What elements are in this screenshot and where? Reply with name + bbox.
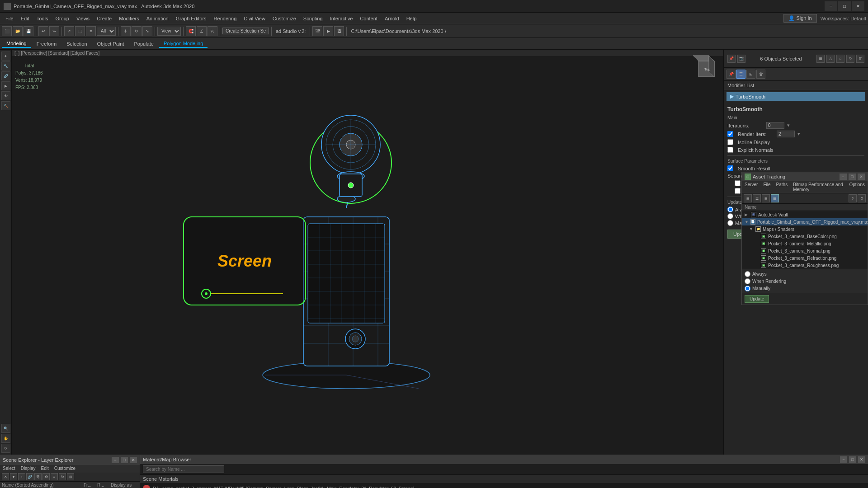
at-tb-list[interactable]: ☰ [753, 194, 761, 202]
at-tb-grid[interactable]: ⊟ [762, 194, 770, 202]
percent-snap[interactable]: % [208, 26, 217, 36]
select-region-button[interactable]: ⬚ [75, 26, 85, 36]
select-filter-button[interactable]: ≡ [86, 26, 96, 36]
view-dropdown[interactable]: View [157, 27, 181, 36]
at-update-button[interactable]: Update [745, 295, 769, 303]
rp-tb-list[interactable]: ☰ [736, 70, 745, 79]
redo-button[interactable]: ↪ [49, 26, 59, 36]
rotate-button[interactable]: ↻ [132, 26, 142, 36]
mb-minimize-btn[interactable]: − [840, 456, 847, 463]
at-tb-table[interactable]: ▦ [771, 194, 779, 202]
sidebar-orbit-icon[interactable]: ↻ [1, 444, 10, 453]
se-menu-select[interactable]: Select [0, 465, 18, 472]
ts-iterations-input[interactable] [766, 122, 784, 129]
sidebar-utilities-icon[interactable]: 🔨 [1, 101, 10, 110]
view-cube[interactable]: Top [692, 54, 719, 81]
rp-icon-2[interactable]: △ [826, 55, 835, 63]
menu-rendering[interactable]: Rendering [210, 13, 241, 24]
ts-radio-rendering-input[interactable] [727, 213, 733, 219]
mb-maximize-btn[interactable]: □ [849, 456, 856, 463]
menu-arnold[interactable]: Arnold [381, 13, 403, 24]
at-menu-bitmap[interactable]: Bitmap Performance and Memory [790, 181, 846, 193]
angle-snap[interactable]: ∠ [197, 26, 207, 36]
menu-graph-editors[interactable]: Graph Editors [172, 13, 210, 24]
menu-content[interactable]: Content [356, 13, 381, 24]
at-radio-rendering-input[interactable] [745, 278, 750, 284]
at-menu-paths[interactable]: Paths [774, 181, 791, 193]
tab-freeform[interactable]: Freeform [32, 40, 61, 47]
ts-materials-checkbox[interactable] [735, 180, 741, 186]
at-item-vault[interactable]: ▶ ⊞ Autodesk Vault [742, 211, 868, 218]
render-setup[interactable]: 🎬 [312, 26, 322, 36]
sign-in-button[interactable]: 👤 Sign In [783, 14, 816, 23]
se-menu-edit[interactable]: Edit [38, 465, 52, 472]
se-tb-unlink[interactable]: ⛓ [34, 473, 42, 480]
at-item-maps[interactable]: ▼ 📁 Maps / Shaders [742, 225, 868, 233]
select-filter-dropdown[interactable]: All [97, 27, 116, 36]
at-item-basecolor[interactable]: ▶ ▣ Pocket_3_camera_BaseColor.png [742, 233, 868, 240]
at-radio-always-input[interactable] [745, 271, 750, 277]
mb-material-item[interactable]: DJI_osmo_pocket_3_camera_MAT (VRayMtl) [… [140, 483, 868, 488]
ts-render-iters-input[interactable] [777, 131, 795, 137]
at-item-main-file[interactable]: ▼ 📄 Portable_Gimbal_Camera_OFF_Rigged_ma… [742, 218, 868, 225]
sidebar-motion-icon[interactable]: ▶ [1, 81, 10, 90]
modifier-turbosmooth[interactable]: ▶ TurboSmooth [726, 92, 865, 101]
se-menu-display[interactable]: Display [18, 465, 38, 472]
rp-icon-4[interactable]: ⟳ [846, 55, 854, 63]
at-menu-server[interactable]: Server [742, 181, 760, 193]
snap-toggle[interactable]: 🧲 [186, 26, 196, 36]
se-close-btn[interactable]: ✕ [130, 457, 137, 463]
at-menu-file[interactable]: File [760, 181, 773, 193]
se-tb-link[interactable]: 🔗 [26, 473, 33, 480]
scale-button[interactable]: ⤡ [142, 26, 152, 36]
sidebar-pan-icon[interactable]: ✋ [1, 434, 10, 443]
select-obj-button[interactable]: ↗ [64, 26, 74, 36]
menu-scripting[interactable]: Scripting [300, 13, 326, 24]
open-button[interactable]: 📂 [13, 26, 23, 36]
ts-isoline-checkbox[interactable] [727, 139, 733, 145]
rp-icon-3[interactable]: ⌂ [836, 55, 844, 63]
menu-views[interactable]: Views [73, 13, 93, 24]
mb-search-input[interactable] [143, 465, 224, 473]
save-button[interactable]: 💾 [24, 26, 33, 36]
se-tb-add[interactable]: + [18, 473, 25, 480]
menu-create[interactable]: Create [93, 13, 115, 24]
at-item-refraction[interactable]: ▶ ▣ Pocket_3_camera_Refraction.png [742, 254, 868, 262]
at-menu-options[interactable]: Options [847, 181, 868, 193]
at-tb-connect[interactable]: ⊞ [744, 194, 752, 202]
viewport[interactable]: [+] [Perspective] [Standard] [Edged Face… [12, 50, 723, 455]
maximize-button[interactable]: □ [838, 1, 851, 11]
se-tb-search-clear[interactable]: ✕ [2, 473, 9, 480]
menu-tools[interactable]: Tools [33, 13, 52, 24]
menu-help[interactable]: Help [403, 13, 420, 24]
sidebar-create-icon[interactable]: ✦ [1, 52, 10, 61]
new-button[interactable]: ⬛ [2, 26, 12, 36]
menu-edit[interactable]: Edit [17, 13, 33, 24]
at-maximize-btn[interactable]: □ [849, 174, 856, 180]
ts-explicit-checkbox[interactable] [727, 147, 733, 153]
rp-icon-delete[interactable]: 🗑 [856, 55, 864, 63]
menu-customize[interactable]: Customize [269, 13, 300, 24]
se-maximize-btn[interactable]: □ [121, 457, 128, 463]
menu-modifiers[interactable]: Modifiers [115, 13, 143, 24]
tab-object-paint[interactable]: Object Paint [93, 40, 129, 47]
rp-icon-1[interactable]: ▦ [816, 55, 825, 63]
at-close-btn[interactable]: ✕ [858, 174, 865, 180]
at-tb-settings[interactable]: ⚙ [858, 194, 866, 202]
se-tb-options2[interactable]: ≡ [51, 473, 58, 480]
rp-tb-pin[interactable]: 📌 [726, 70, 736, 79]
minimize-button[interactable]: − [825, 1, 837, 11]
close-button[interactable]: ✕ [852, 1, 864, 11]
tab-modeling[interactable]: Modeling [2, 40, 31, 48]
sidebar-modify-icon[interactable]: 🔧 [1, 61, 10, 70]
at-item-roughness[interactable]: ▶ ▣ Pocket_3_camera_Roughness.png [742, 262, 868, 269]
tab-polygon-modeling[interactable]: Polygon Modeling [159, 40, 208, 48]
menu-interactive[interactable]: Interactive [326, 13, 357, 24]
menu-group[interactable]: Group [52, 13, 73, 24]
at-item-metallic[interactable]: ▶ ▣ Pocket_3_camera_Metallic.png [742, 240, 868, 247]
menu-animation[interactable]: Animation [143, 13, 172, 24]
se-minimize-btn[interactable]: − [112, 457, 119, 463]
at-item-normal[interactable]: ▶ ▣ Pocket_3_camera_Normal.png [742, 247, 868, 254]
menu-civil-view[interactable]: Civil View [240, 13, 269, 24]
se-tb-options3[interactable]: ⊞ [67, 473, 74, 480]
